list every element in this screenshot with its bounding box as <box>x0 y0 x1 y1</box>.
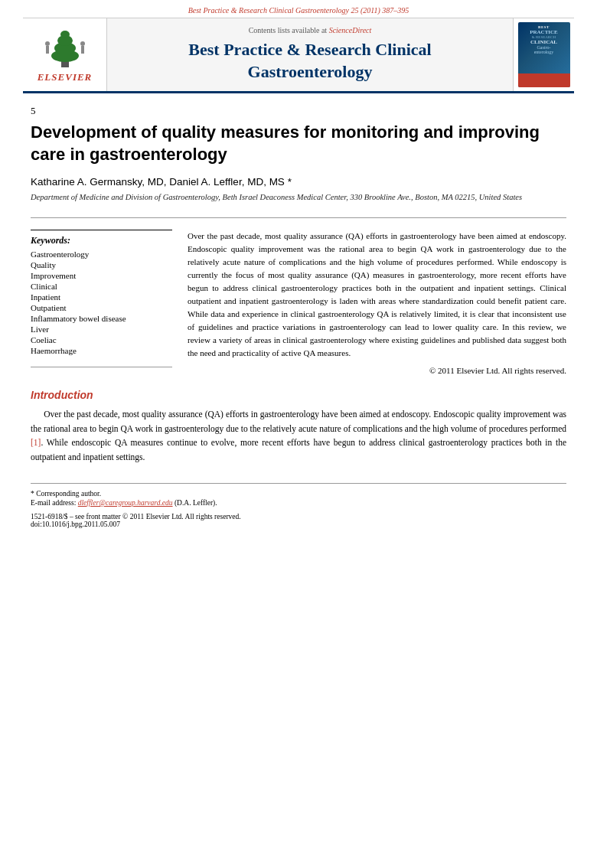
main-content: 5 Development of quality measures for mo… <box>0 93 597 543</box>
journal-title-area: Contents lists available at ScienceDirec… <box>107 18 513 91</box>
abstract-column: Over the past decade, most quality assur… <box>188 230 566 378</box>
copyright-line: © 2011 Elsevier Ltd. All rights reserved… <box>188 364 566 377</box>
email-link[interactable]: dleffler@caregroup.harvard.edu <box>78 499 173 507</box>
keywords-box: Keywords: Gastroenterology Quality Impro… <box>31 230 172 355</box>
journal-cover-image: BEST PRACTICE & RESEARCH CLINICAL Gastro… <box>518 22 570 87</box>
svg-rect-6 <box>46 46 49 54</box>
journal-header: ELSEVIER Contents lists available at Sci… <box>23 18 574 93</box>
intro-paragraph-1: Over the past decade, most quality assur… <box>31 407 566 464</box>
keywords-title: Keywords: <box>31 235 172 246</box>
elsevier-logo-area: ELSEVIER <box>23 18 107 91</box>
svg-point-5 <box>45 41 50 46</box>
issn-line: 1521-6918/$ – see front matter © 2011 El… <box>31 513 566 528</box>
keyword-ibd: Inflammatory bowel disease <box>31 314 172 323</box>
svg-rect-0 <box>61 61 69 67</box>
email-note: E-mail address: dleffler@caregroup.harva… <box>31 499 566 507</box>
elsevier-label: ELSEVIER <box>38 71 93 83</box>
affiliation: Department of Medicine and Division of G… <box>31 192 566 204</box>
svg-point-4 <box>60 31 70 38</box>
keyword-outpatient: Outpatient <box>31 303 172 312</box>
svg-rect-8 <box>81 46 84 54</box>
keyword-quality: Quality <box>31 260 172 269</box>
keyword-improvement: Improvement <box>31 271 172 280</box>
contents-line: Contents lists available at ScienceDirec… <box>249 26 372 34</box>
keyword-inpatient: Inpatient <box>31 292 172 302</box>
keyword-gastroenterology: Gastroenterology <box>31 250 172 259</box>
journal-title: Best Practice & Research Clinical Gastro… <box>188 39 431 83</box>
abstract-text: Over the past decade, most quality assur… <box>188 230 566 360</box>
introduction-section: Introduction Over the past decade, most … <box>31 389 566 464</box>
introduction-title: Introduction <box>31 389 566 401</box>
keyword-liver: Liver <box>31 325 172 334</box>
article-number: 5 <box>31 105 566 117</box>
keyword-clinical: Clinical <box>31 282 172 291</box>
keyword-coeliac: Coeliac <box>31 335 172 344</box>
elsevier-logo: ELSEVIER <box>38 27 93 83</box>
keywords-abstract-section: Keywords: Gastroenterology Quality Impro… <box>31 230 566 378</box>
section-divider <box>31 217 566 218</box>
journal-reference: Best Practice & Research Clinical Gastro… <box>0 0 597 18</box>
article-title: Development of quality measures for moni… <box>31 122 566 165</box>
journal-cover-area: BEST PRACTICE & RESEARCH CLINICAL Gastro… <box>513 18 574 91</box>
page: Best Practice & Research Clinical Gastro… <box>0 0 597 868</box>
left-col-divider <box>31 367 172 367</box>
corresponding-author-note: * Corresponding author. <box>31 490 566 498</box>
authors: Katharine A. Germansky, MD, Daniel A. Le… <box>31 176 566 188</box>
sciencedirect-link[interactable]: ScienceDirect <box>329 26 372 34</box>
footer-area: * Corresponding author. E-mail address: … <box>31 483 566 528</box>
svg-point-7 <box>80 41 85 46</box>
elsevier-tree-icon <box>38 27 92 69</box>
reference-1: [1] <box>31 438 41 447</box>
keywords-column: Keywords: Gastroenterology Quality Impro… <box>31 230 172 378</box>
keyword-haemorrhage: Haemorrhage <box>31 346 172 355</box>
